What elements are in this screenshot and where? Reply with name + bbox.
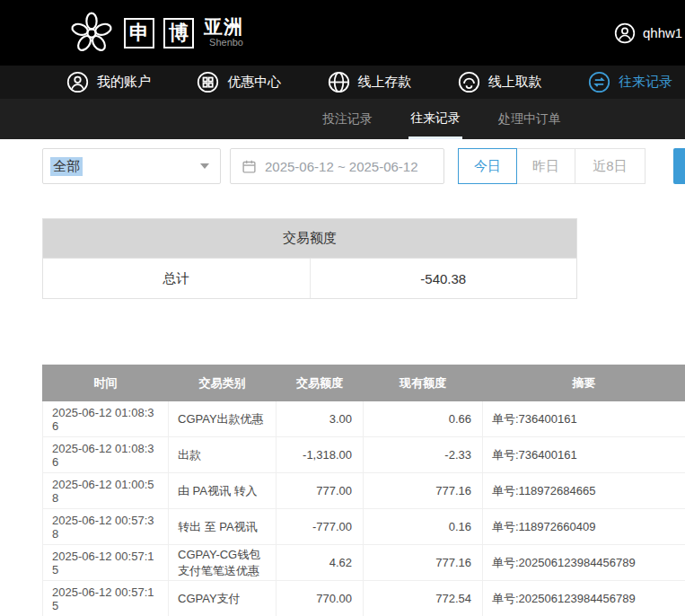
cell-note: 单号:118972660409 [483,509,685,545]
brand-subtitle: Shenbo [204,38,243,48]
nav-item-label: 线上取款 [488,74,542,91]
cell-balance: 777.16 [364,473,483,509]
top-header: 申 博 亚洲 Shenbo qhhw1 [0,0,685,66]
date-range-input[interactable]: 2025-06-12 ~ 2025-06-12 [230,148,444,184]
cell-balance: -2.33 [364,437,483,473]
username: qhhw1 [643,25,682,40]
search-button-partial[interactable] [673,148,685,184]
nav-item-label: 线上存款 [358,74,412,91]
summary-table: 交易额度 总计 -540.38 [42,218,577,299]
withdraw-icon [458,71,480,93]
type-select-value: 全部 [50,157,83,176]
filter-bar: 全部 2025-06-12 ~ 2025-06-12 今日 昨日 近8日 [42,148,685,184]
promo-icon [197,71,219,93]
tab-bet-records[interactable]: 投注记录 [321,99,374,139]
nav-online-withdrawal[interactable]: 线上取款 [458,71,542,93]
cell-time: 2025-06-12 00:57:38 [43,509,169,545]
summary-total-value: -540.38 [310,259,577,298]
cell-type: 转出 至 PA视讯 [169,509,277,545]
cell-amount: 777.00 [277,473,364,509]
table-row: 2025-06-12 01:00:58 由 PA视讯 转入 777.00 777… [43,473,685,509]
header-note: 摘要 [483,365,685,401]
records-table: 时间 交易类别 交易额度 现有额度 摘要 2025-06-12 01:08:36… [42,365,685,616]
summary-total-label: 总计 [43,259,310,298]
date-range-value: 2025-06-12 ~ 2025-06-12 [265,159,418,174]
records-icon [588,71,610,93]
nav-my-account[interactable]: 我的账户 [66,71,151,93]
cell-time: 2025-06-12 00:57:15 [43,581,169,616]
type-select[interactable]: 全部 [42,148,221,184]
nav-online-deposit[interactable]: 线上存款 [328,71,412,93]
deposit-icon [328,71,350,93]
main-nav: 我的账户 优惠中心 线上存款 [0,66,685,99]
last-8-days-button[interactable]: 近8日 [575,148,645,184]
cell-amount: 3.00 [277,401,364,437]
nav-item-label: 我的账户 [97,74,151,91]
chevron-down-icon [200,163,209,169]
brand-region: 亚洲 [204,17,243,37]
summary-row: 总计 -540.38 [43,259,576,298]
header-type: 交易类别 [169,365,277,401]
nav-item-label: 优惠中心 [227,74,281,91]
tab-processing-orders[interactable]: 处理中订单 [496,99,563,139]
cell-amount: -1,318.00 [277,437,364,473]
header-amount: 交易额度 [277,365,364,401]
cell-note: 单号:118972684665 [483,473,685,509]
brand-char-shen: 申 [124,18,154,48]
cell-time: 2025-06-12 01:08:36 [43,401,169,437]
today-button[interactable]: 今日 [458,148,517,184]
brand-text: 亚洲 Shenbo [204,17,243,48]
table-header-row: 时间 交易类别 交易额度 现有额度 摘要 [43,365,685,401]
cell-type: 由 PA视讯 转入 [169,473,277,509]
user-icon [66,71,89,93]
cell-note: 单号:736400161 [483,401,685,437]
table-row: 2025-06-12 00:57:38 转出 至 PA视讯 -777.00 0.… [43,509,685,545]
cell-balance: 0.16 [364,509,483,545]
cell-type: 出款 [169,437,277,473]
tab-transaction-records[interactable]: 往来记录 [408,99,462,139]
nav-transaction-records[interactable]: 往来记录 [588,71,672,93]
cell-note: 单号:202506123984456789 [483,545,685,581]
header-time: 时间 [43,365,169,401]
cell-type: CGPAY-CG钱包支付笔笔送优惠 [169,545,277,581]
sub-nav: 投注记录 往来记录 处理中订单 [0,99,685,139]
cell-amount: -777.00 [277,509,364,545]
summary-header: 交易额度 [43,219,576,259]
user-avatar-icon [614,22,636,44]
nav-promo-center[interactable]: 优惠中心 [197,71,281,93]
flower-logo-icon [68,10,115,57]
cell-balance: 0.66 [364,401,483,437]
brand-logo[interactable]: 申 博 亚洲 Shenbo [68,10,243,57]
cell-amount: 770.00 [277,581,364,616]
table-row: 2025-06-12 01:08:36 出款 -1,318.00 -2.33 单… [43,437,685,473]
cell-type: CGPAY出款优惠 [169,401,277,437]
user-account[interactable]: qhhw1 [614,0,682,66]
table-row: 2025-06-12 01:08:36 CGPAY出款优惠 3.00 0.66 … [43,401,685,437]
calendar-icon [242,159,257,174]
cell-type: CGPAY支付 [169,581,277,616]
table-row: 2025-06-12 00:57:15 CGPAY支付 770.00 772.5… [43,581,685,616]
yesterday-button[interactable]: 昨日 [516,148,575,184]
cell-balance: 772.54 [364,581,483,616]
cell-note: 单号:736400161 [483,437,685,473]
cell-time: 2025-06-12 00:57:15 [43,545,169,581]
table-row: 2025-06-12 00:57:15 CGPAY-CG钱包支付笔笔送优惠 4.… [43,545,685,581]
nav-item-label: 往来记录 [619,74,672,91]
cell-note: 单号:202506123984456789 [483,581,685,616]
quick-date-buttons: 今日 昨日 近8日 [458,148,645,184]
header-balance: 现有额度 [364,365,483,401]
cell-time: 2025-06-12 01:00:58 [43,473,169,509]
brand-char-bo: 博 [163,18,194,48]
cell-amount: 4.62 [277,545,364,581]
cell-balance: 777.16 [364,545,483,581]
cell-time: 2025-06-12 01:08:36 [43,437,169,473]
